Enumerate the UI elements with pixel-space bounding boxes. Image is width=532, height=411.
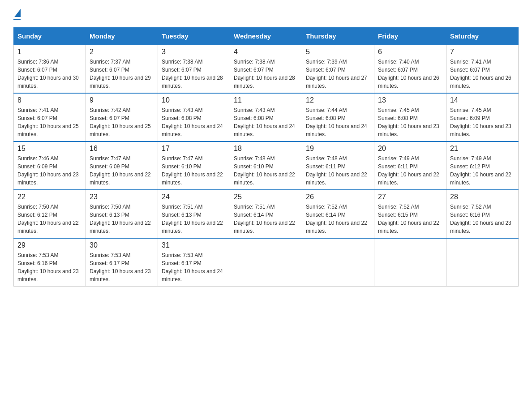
day-number: 26 <box>306 193 370 201</box>
day-info: Sunrise: 7:43 AM Sunset: 6:08 PM Dayligh… <box>234 106 298 138</box>
calendar-cell: 17 Sunrise: 7:47 AM Sunset: 6:10 PM Dayl… <box>158 141 230 190</box>
calendar-cell: 4 Sunrise: 7:38 AM Sunset: 6:07 PM Dayli… <box>230 45 302 93</box>
day-info: Sunrise: 7:46 AM Sunset: 6:09 PM Dayligh… <box>17 154 82 187</box>
day-number: 8 <box>17 96 82 104</box>
day-number: 13 <box>378 96 442 104</box>
day-info: Sunrise: 7:36 AM Sunset: 6:07 PM Dayligh… <box>17 58 82 90</box>
day-number: 10 <box>162 96 226 104</box>
day-info: Sunrise: 7:49 AM Sunset: 6:11 PM Dayligh… <box>378 154 442 187</box>
day-info: Sunrise: 7:48 AM Sunset: 6:11 PM Dayligh… <box>306 154 370 187</box>
day-number: 29 <box>17 241 82 249</box>
day-number: 30 <box>90 241 154 249</box>
day-info: Sunrise: 7:49 AM Sunset: 6:12 PM Dayligh… <box>450 154 515 187</box>
day-info: Sunrise: 7:51 AM Sunset: 6:14 PM Dayligh… <box>234 203 298 235</box>
day-number: 11 <box>234 96 298 104</box>
day-number: 27 <box>378 193 442 201</box>
day-info: Sunrise: 7:51 AM Sunset: 6:13 PM Dayligh… <box>162 203 226 235</box>
day-number: 19 <box>306 145 370 153</box>
calendar-cell: 18 Sunrise: 7:48 AM Sunset: 6:10 PM Dayl… <box>230 141 302 190</box>
calendar-cell: 14 Sunrise: 7:45 AM Sunset: 6:09 PM Dayl… <box>446 93 519 141</box>
calendar-cell <box>302 238 374 287</box>
day-number: 4 <box>234 48 298 56</box>
calendar-cell <box>446 238 519 287</box>
weekday-header-sunday: Sunday <box>14 28 86 45</box>
day-info: Sunrise: 7:44 AM Sunset: 6:08 PM Dayligh… <box>306 106 370 138</box>
calendar-cell: 5 Sunrise: 7:39 AM Sunset: 6:07 PM Dayli… <box>302 45 374 93</box>
calendar-cell: 22 Sunrise: 7:50 AM Sunset: 6:12 PM Dayl… <box>14 190 86 238</box>
weekday-header-row: SundayMondayTuesdayWednesdayThursdayFrid… <box>14 28 519 45</box>
calendar-table: SundayMondayTuesdayWednesdayThursdayFrid… <box>13 27 519 287</box>
calendar-cell: 27 Sunrise: 7:52 AM Sunset: 6:15 PM Dayl… <box>374 190 446 238</box>
calendar-cell: 9 Sunrise: 7:42 AM Sunset: 6:07 PM Dayli… <box>86 93 158 141</box>
day-info: Sunrise: 7:38 AM Sunset: 6:07 PM Dayligh… <box>162 58 226 90</box>
calendar-cell: 7 Sunrise: 7:41 AM Sunset: 6:07 PM Dayli… <box>446 45 519 93</box>
calendar-cell: 3 Sunrise: 7:38 AM Sunset: 6:07 PM Dayli… <box>158 45 230 93</box>
day-info: Sunrise: 7:53 AM Sunset: 6:16 PM Dayligh… <box>17 251 82 283</box>
calendar-cell <box>230 238 302 287</box>
calendar-cell: 29 Sunrise: 7:53 AM Sunset: 6:16 PM Dayl… <box>14 238 86 287</box>
day-number: 5 <box>306 48 370 56</box>
calendar-cell: 30 Sunrise: 7:53 AM Sunset: 6:17 PM Dayl… <box>86 238 158 287</box>
calendar-cell: 21 Sunrise: 7:49 AM Sunset: 6:12 PM Dayl… <box>446 141 519 190</box>
week-row-4: 22 Sunrise: 7:50 AM Sunset: 6:12 PM Dayl… <box>14 190 519 238</box>
calendar-cell: 31 Sunrise: 7:53 AM Sunset: 6:17 PM Dayl… <box>158 238 230 287</box>
day-number: 25 <box>234 193 298 201</box>
weekday-header-monday: Monday <box>86 28 158 45</box>
day-info: Sunrise: 7:40 AM Sunset: 6:07 PM Dayligh… <box>378 58 442 90</box>
day-info: Sunrise: 7:52 AM Sunset: 6:14 PM Dayligh… <box>306 203 370 235</box>
calendar-cell: 24 Sunrise: 7:51 AM Sunset: 6:13 PM Dayl… <box>158 190 230 238</box>
calendar-cell: 28 Sunrise: 7:52 AM Sunset: 6:16 PM Dayl… <box>446 190 519 238</box>
day-number: 16 <box>90 145 154 153</box>
day-info: Sunrise: 7:37 AM Sunset: 6:07 PM Dayligh… <box>90 58 154 90</box>
day-number: 23 <box>90 193 154 201</box>
day-info: Sunrise: 7:43 AM Sunset: 6:08 PM Dayligh… <box>162 106 226 138</box>
day-info: Sunrise: 7:53 AM Sunset: 6:17 PM Dayligh… <box>162 251 226 283</box>
week-row-1: 1 Sunrise: 7:36 AM Sunset: 6:07 PM Dayli… <box>14 45 519 93</box>
day-info: Sunrise: 7:47 AM Sunset: 6:10 PM Dayligh… <box>162 154 226 187</box>
header <box>13 9 519 20</box>
day-info: Sunrise: 7:45 AM Sunset: 6:09 PM Dayligh… <box>450 106 515 138</box>
logo-triangle-icon <box>14 9 21 17</box>
day-info: Sunrise: 7:50 AM Sunset: 6:13 PM Dayligh… <box>90 203 154 235</box>
calendar-cell: 20 Sunrise: 7:49 AM Sunset: 6:11 PM Dayl… <box>374 141 446 190</box>
calendar-cell: 1 Sunrise: 7:36 AM Sunset: 6:07 PM Dayli… <box>14 45 86 93</box>
calendar-cell: 16 Sunrise: 7:47 AM Sunset: 6:09 PM Dayl… <box>86 141 158 190</box>
day-info: Sunrise: 7:41 AM Sunset: 6:07 PM Dayligh… <box>17 106 82 138</box>
weekday-header-tuesday: Tuesday <box>158 28 230 45</box>
day-number: 14 <box>450 96 515 104</box>
week-row-3: 15 Sunrise: 7:46 AM Sunset: 6:09 PM Dayl… <box>14 141 519 190</box>
calendar-cell: 11 Sunrise: 7:43 AM Sunset: 6:08 PM Dayl… <box>230 93 302 141</box>
day-info: Sunrise: 7:52 AM Sunset: 6:16 PM Dayligh… <box>450 203 515 235</box>
day-number: 21 <box>450 145 515 153</box>
calendar-cell: 8 Sunrise: 7:41 AM Sunset: 6:07 PM Dayli… <box>14 93 86 141</box>
day-number: 7 <box>450 48 515 56</box>
calendar-cell: 13 Sunrise: 7:45 AM Sunset: 6:08 PM Dayl… <box>374 93 446 141</box>
weekday-header-friday: Friday <box>374 28 446 45</box>
day-number: 6 <box>378 48 442 56</box>
calendar-cell: 23 Sunrise: 7:50 AM Sunset: 6:13 PM Dayl… <box>86 190 158 238</box>
day-number: 15 <box>17 145 82 153</box>
day-info: Sunrise: 7:41 AM Sunset: 6:07 PM Dayligh… <box>450 58 515 90</box>
day-info: Sunrise: 7:39 AM Sunset: 6:07 PM Dayligh… <box>306 58 370 90</box>
day-number: 24 <box>162 193 226 201</box>
day-info: Sunrise: 7:52 AM Sunset: 6:15 PM Dayligh… <box>378 203 442 235</box>
day-number: 18 <box>234 145 298 153</box>
day-number: 1 <box>17 48 82 56</box>
day-info: Sunrise: 7:38 AM Sunset: 6:07 PM Dayligh… <box>234 58 298 90</box>
weekday-header-saturday: Saturday <box>446 28 519 45</box>
calendar-cell: 19 Sunrise: 7:48 AM Sunset: 6:11 PM Dayl… <box>302 141 374 190</box>
weekday-header-wednesday: Wednesday <box>230 28 302 45</box>
day-number: 31 <box>162 241 226 249</box>
calendar-cell: 12 Sunrise: 7:44 AM Sunset: 6:08 PM Dayl… <box>302 93 374 141</box>
logo <box>13 9 21 20</box>
day-number: 28 <box>450 193 515 201</box>
calendar-cell: 2 Sunrise: 7:37 AM Sunset: 6:07 PM Dayli… <box>86 45 158 93</box>
day-info: Sunrise: 7:48 AM Sunset: 6:10 PM Dayligh… <box>234 154 298 187</box>
calendar-cell: 26 Sunrise: 7:52 AM Sunset: 6:14 PM Dayl… <box>302 190 374 238</box>
week-row-2: 8 Sunrise: 7:41 AM Sunset: 6:07 PM Dayli… <box>14 93 519 141</box>
day-number: 9 <box>90 96 154 104</box>
calendar-cell: 10 Sunrise: 7:43 AM Sunset: 6:08 PM Dayl… <box>158 93 230 141</box>
day-info: Sunrise: 7:50 AM Sunset: 6:12 PM Dayligh… <box>17 203 82 235</box>
day-number: 12 <box>306 96 370 104</box>
calendar-cell: 25 Sunrise: 7:51 AM Sunset: 6:14 PM Dayl… <box>230 190 302 238</box>
